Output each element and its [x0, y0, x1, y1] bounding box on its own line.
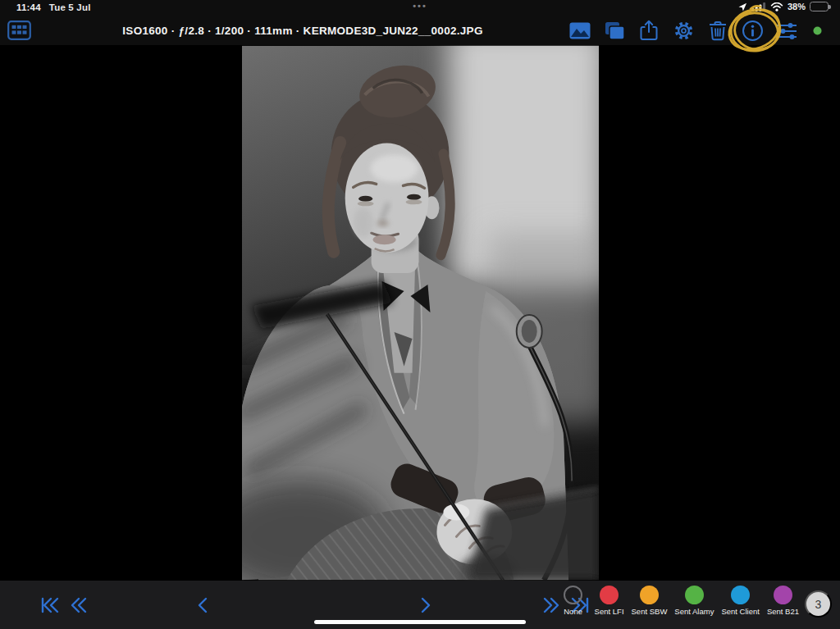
- color-label-text: Sent SBW: [632, 607, 668, 616]
- label-none[interactable]: None: [559, 586, 587, 616]
- photo-image[interactable]: [242, 45, 599, 581]
- trash-button[interactable]: [705, 18, 730, 43]
- sliders-icon: [776, 21, 797, 39]
- chevrons-forward-icon: [542, 596, 560, 614]
- exif-filename-display: ISO1600 · ƒ/2.8 · 1/200 · 111mm · KERMOD…: [38, 25, 568, 37]
- selection-count-badge[interactable]: 3: [805, 590, 832, 618]
- chevrons-back-icon: [70, 596, 88, 614]
- status-time-date: 11:44Tue 5 Jul: [16, 2, 91, 12]
- chevron-right-icon: [419, 596, 432, 614]
- duplicate-button[interactable]: [602, 18, 627, 43]
- battery-percent: 38%: [788, 2, 806, 11]
- home-indicator[interactable]: [314, 620, 526, 624]
- nav-rewind-button[interactable]: [64, 590, 94, 620]
- trash-icon: [709, 21, 727, 41]
- green-dot-icon: [813, 26, 822, 35]
- multitask-dots-icon: •••: [413, 1, 427, 11]
- battery-icon: [810, 2, 829, 11]
- cellular-icon: [751, 2, 766, 11]
- color-circle: [564, 586, 582, 604]
- photo-preview-icon: [569, 22, 591, 39]
- grid-view-button[interactable]: [0, 16, 38, 44]
- label-sent-alamy[interactable]: Sent Alamy: [674, 586, 714, 616]
- grid-view-icon: [7, 21, 31, 40]
- info-button[interactable]: [740, 18, 765, 43]
- chevron-left-icon: [196, 596, 209, 614]
- color-label-text: Sent Client: [721, 607, 759, 616]
- chevrons-first-icon: [40, 596, 60, 614]
- share-icon: [640, 20, 658, 41]
- location-icon: [738, 2, 747, 11]
- label-sent-lfi[interactable]: Sent LFI: [595, 586, 624, 616]
- toolbar-row: ISO1600 · ƒ/2.8 · 1/200 · 111mm · KERMOD…: [0, 16, 840, 45]
- gear-icon: [673, 21, 694, 41]
- label-sent-client[interactable]: Sent Client: [721, 586, 759, 616]
- color-circle: [685, 586, 704, 604]
- settings-button[interactable]: [671, 18, 696, 43]
- color-circle: [640, 586, 659, 604]
- nav-previous-button[interactable]: [188, 590, 217, 620]
- nav-first-button[interactable]: [35, 590, 65, 620]
- photo-preview-button[interactable]: [568, 18, 592, 43]
- top-toolbar: 11:44Tue 5 Jul ••• 38%: [0, 0, 840, 45]
- toolbar-icons: [568, 18, 840, 43]
- color-label-text: Sent LFI: [595, 607, 624, 616]
- date: Tue 5 Jul: [49, 2, 91, 12]
- status-bar: 11:44Tue 5 Jul ••• 38%: [0, 0, 840, 16]
- status-icons: 38%: [738, 2, 829, 11]
- adjustments-button[interactable]: [774, 18, 799, 43]
- color-label-text: Sent Alamy: [674, 607, 714, 616]
- color-label-text: Sent B21: [767, 607, 799, 616]
- info-icon: [742, 20, 764, 42]
- label-sent-sbw[interactable]: Sent SBW: [632, 586, 668, 616]
- app-window: 11:44Tue 5 Jul ••• 38%: [0, 0, 840, 629]
- color-label-text: None: [564, 607, 582, 616]
- clock: 11:44: [16, 2, 41, 12]
- wifi-icon: [770, 2, 783, 11]
- color-circle: [731, 586, 750, 604]
- color-label-group: None Sent LFI Sent SBW Sent Alamy Sent C…: [559, 586, 799, 616]
- color-circle: [774, 586, 792, 604]
- duplicate-icon: [605, 21, 625, 40]
- label-sent-b21[interactable]: Sent B21: [767, 586, 799, 616]
- color-circle: [600, 586, 619, 604]
- share-button[interactable]: [637, 18, 661, 43]
- status-dot-button[interactable]: [809, 18, 825, 43]
- photo-viewer: [0, 45, 840, 581]
- nav-next-button[interactable]: [411, 590, 441, 620]
